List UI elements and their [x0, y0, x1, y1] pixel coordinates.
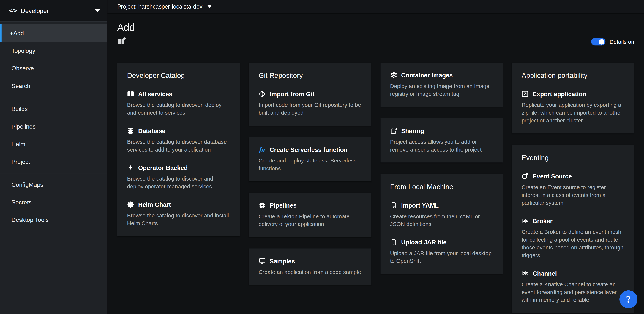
export-icon [522, 90, 528, 97]
add-item-broker[interactable]: Broker Create a Broker to define an even… [522, 217, 624, 259]
project-selector[interactable]: Project: harshcasper-localsta-dev [117, 3, 211, 10]
share-icon [390, 127, 397, 134]
sidebar-item-label: Observe [12, 65, 34, 71]
sidebar-item-helm[interactable]: Helm [0, 135, 107, 153]
item-head: Operator Backed [127, 164, 230, 171]
item-head: Event Source [522, 173, 624, 180]
nav-group-main: +Add Topology Observe Search [0, 24, 107, 96]
add-item-database[interactable]: Database Browse the catalog to discover … [127, 127, 230, 154]
item-description: Upload a JAR file from your local deskto… [390, 249, 493, 265]
add-item-sharing[interactable]: Sharing Project access allows you to add… [390, 127, 493, 154]
sidebar-item-observe[interactable]: Observe [0, 59, 107, 77]
sidebar-item-topology[interactable]: Topology [0, 42, 107, 59]
nav-group-resources: Builds Pipelines Helm Project [0, 98, 107, 172]
item-head: Pipelines [259, 202, 362, 209]
sidebar-item-project[interactable]: Project [0, 153, 107, 171]
item-title: Channel [532, 270, 557, 277]
project-bar: Project: harshcasper-localsta-dev [107, 0, 644, 13]
add-item-all-services[interactable]: All services Browse the catalog to disco… [127, 90, 230, 117]
card-eventing: Eventing Event Source Create an Event so… [512, 145, 634, 313]
add-item-import-from-git[interactable]: Import from Git Import code from your Gi… [259, 90, 362, 117]
item-head: fn Create Serverless function [259, 146, 362, 153]
item-title: Broker [532, 217, 552, 224]
add-item-import-yaml[interactable]: Import YAML Create resources from their … [390, 202, 493, 228]
sidebar: </> Developer +Add Topology Observe Sear… [0, 0, 107, 314]
item-title: Sharing [401, 127, 424, 134]
add-item-pipelines[interactable]: Pipelines Create a Tekton Pipeline to au… [259, 202, 362, 228]
item-title: Samples [270, 258, 295, 265]
item-description: Create an application from a code sample [259, 268, 362, 276]
card-from-local-machine: From Local Machine Import YAML Create re… [380, 174, 503, 274]
card-column-2: Git Repository Import from Git Import co… [249, 63, 371, 285]
add-item-container-images[interactable]: Container images Deploy an existing Imag… [390, 72, 493, 98]
sidebar-item-configmaps[interactable]: ConfigMaps [0, 176, 107, 193]
add-cards-grid: Developer Catalog All services Browse th… [117, 52, 634, 313]
help-button[interactable]: ? [620, 290, 638, 309]
helm-icon [127, 201, 134, 208]
add-item-upload-jar-file[interactable]: Upload JAR file Upload a JAR file from y… [390, 239, 493, 265]
item-head: Channel [522, 270, 624, 277]
sidebar-item-label: Topology [12, 47, 36, 54]
add-item-channel[interactable]: Channel Create a Knative Channel to crea… [522, 270, 624, 304]
channel-icon [522, 270, 528, 277]
perspective-switcher[interactable]: </> Developer [0, 0, 107, 22]
database-icon [127, 127, 134, 134]
serverless-fn-icon: fn [259, 146, 266, 153]
item-description: Browse the catalog to discover database … [127, 138, 230, 154]
item-description: Deploy an existing Image from an Image r… [390, 82, 493, 98]
item-head: Database [127, 127, 230, 134]
item-head: Container images [390, 72, 493, 78]
card-serverless-function: fn Create Serverless function Create and… [249, 137, 371, 181]
sidebar-item-pipelines[interactable]: Pipelines [0, 117, 107, 135]
card-column-3: Container images Deploy an existing Imag… [380, 63, 503, 274]
sidebar-item-builds[interactable]: Builds [0, 100, 107, 118]
card-application-portability: Application portability Export applicati… [512, 63, 634, 134]
add-item-create-serverless-function[interactable]: fn Create Serverless function Create and… [259, 146, 362, 172]
item-description: Browse the catalog to discover, deploy a… [127, 101, 230, 117]
sidebar-item-label: ConfigMaps [12, 181, 43, 188]
add-item-event-source[interactable]: Event Source Create an Event source to r… [522, 173, 624, 207]
item-title: Database [138, 127, 166, 134]
nav-group-config: ConfigMaps Secrets Desktop Tools [0, 174, 107, 230]
add-item-samples[interactable]: Samples Create an application from a cod… [259, 258, 362, 276]
sidebar-item-label: Pipelines [12, 123, 36, 130]
card-samples: Samples Create an application from a cod… [249, 249, 371, 285]
card-title: Developer Catalog [127, 72, 230, 80]
card-developer-catalog: Developer Catalog All services Browse th… [117, 63, 240, 236]
sidebar-item-search[interactable]: Search [0, 77, 107, 95]
chevron-down-icon [208, 5, 212, 8]
openshift-console: </> Developer +Add Topology Observe Sear… [0, 0, 644, 314]
catalog-plus-icon[interactable] [117, 37, 126, 45]
item-description: Browse the catalog to discover and insta… [127, 212, 230, 227]
sidebar-item-secrets[interactable]: Secrets [0, 193, 107, 211]
add-item-export-application[interactable]: Export application Replicate your applic… [522, 90, 624, 124]
item-description: Create resources from their YAML or JSON… [390, 213, 493, 228]
sidebar-item-label: Desktop Tools [12, 217, 49, 223]
sidebar-item-label: +Add [10, 30, 24, 36]
item-title: Container images [401, 72, 453, 78]
details-switch[interactable] [591, 38, 606, 46]
switch-knob [599, 39, 604, 44]
card-pipelines: Pipelines Create a Tekton Pipeline to au… [249, 193, 371, 237]
item-head: All services [127, 90, 230, 97]
sidebar-item-desktop-tools[interactable]: Desktop Tools [0, 211, 107, 229]
add-item-operator-backed[interactable]: Operator Backed Browse the catalog to di… [127, 164, 230, 190]
add-item-helm-chart[interactable]: Helm Chart Browse the catalog to discove… [127, 201, 230, 227]
item-description: Create an Event source to register inter… [522, 184, 624, 207]
item-title: Upload JAR file [401, 239, 447, 246]
item-head: Broker [522, 217, 624, 224]
item-head: Upload JAR file [390, 239, 493, 246]
item-title: Pipelines [270, 202, 297, 209]
file-icon [390, 202, 397, 209]
event-source-icon [522, 173, 528, 180]
card-column-4: Application portability Export applicati… [512, 63, 634, 313]
details-toggle-label: Details on [610, 39, 634, 45]
sidebar-item-add[interactable]: +Add [0, 24, 107, 42]
sidebar-item-label: Secrets [12, 199, 32, 205]
bolt-icon [127, 164, 134, 171]
item-title: Import YAML [401, 202, 439, 209]
card-title: Git Repository [259, 72, 362, 80]
card-title: Eventing [522, 154, 624, 162]
page-title: Add [117, 22, 135, 33]
card-title: Application portability [522, 72, 624, 80]
